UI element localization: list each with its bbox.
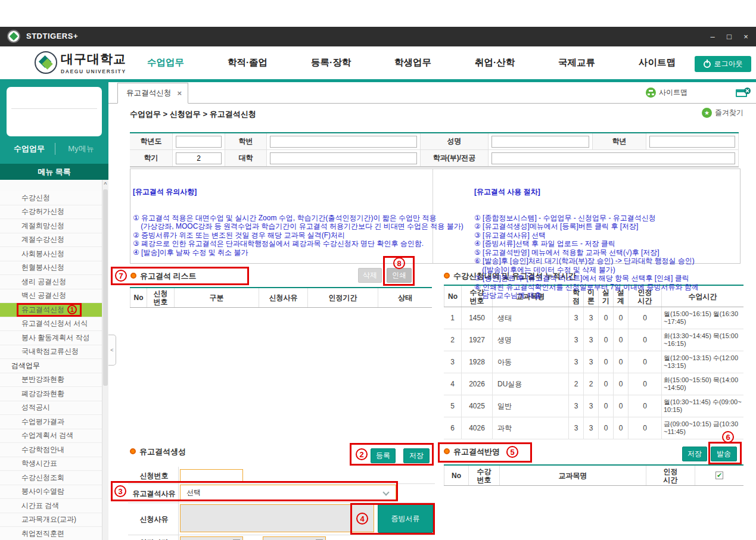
top-nav-item[interactable]: 학적·졸업 [228,57,267,69]
sidebar-menu-item[interactable]: 봉사이수열람 [0,485,102,500]
semester-input[interactable] [176,152,222,164]
course-table-header-cell: No [444,286,461,307]
sidebar-menu-item[interactable]: 시간표 검색 [0,499,102,513]
notice-line: ⑥ [발송]후 [승인]처리 대기(학과(부)장 승인) -> 단과대학 행정실… [474,257,699,266]
window-close-button[interactable]: × [742,32,750,41]
course-table-row[interactable]: 4 2026 DU실용 2 2 0 0 0 화(15:00~15:50) 목(1… [444,373,743,395]
absence-create-title: 유고결석생성 [139,447,186,457]
window-title: STDTIGERS+ [26,32,78,40]
absence-apply-title: 유고결석반영 [453,447,500,457]
sidebar-menu-item[interactable]: 유고결석신청 1 [0,303,102,317]
period-end-field[interactable] [263,536,326,540]
scrollbar-thumb[interactable] [103,189,108,386]
send-button[interactable]: 발송 [711,447,737,461]
favorite-label: 즐겨찾기 [715,108,743,118]
sidebar-menu-item-label: 사회봉사신청 [21,249,64,259]
notice-line: ⑤ [유고결석반영] 메뉴에서 적용할 교과목 선택(√)후 [저장] [474,248,699,257]
sidebar-menu-item[interactable]: 교과목개요(교과) [0,513,102,527]
top-nav-item[interactable]: 사이트맵 [639,57,676,69]
course-code: 4025 [461,395,492,417]
sidebar-scrollbar[interactable]: ^ [102,180,108,540]
absence-list-header-cell: 상태 [378,288,432,307]
window-minimize-button[interactable]: – [708,32,717,41]
course-time: 화(15:00~15:50) 목(14:00~14:50) [661,373,743,395]
sidebar-menu-item[interactable]: 계절수강신청 [0,233,102,248]
sidebar-menu-item[interactable]: 봉사 활동계획서 작성 [0,331,102,345]
sidebar-menu-item-label: 폐강강좌현황 [21,389,64,399]
absence-apply-table: No수강 번호교과목명인정 시간 ✔ [444,464,743,486]
app-no-input[interactable] [181,470,242,481]
course-table-row[interactable]: 2 1927 생명 3 3 0 0 0 화(13:30~14:45) 목(15:… [444,329,743,351]
logout-button[interactable]: 로그아웃 [695,56,751,72]
tab-close-icon[interactable]: × [177,89,182,98]
sidebar-menu-item-label: 유고결석신청 [21,305,64,315]
sidebar-menu-item[interactable]: 백신 공결신청 [0,289,102,304]
checked-checkbox-icon[interactable]: ✔ [715,472,723,479]
sidebar-tab-mymenu[interactable]: My메뉴 [62,143,100,154]
evidence-button[interactable]: 증빙서류 [378,504,433,533]
reason-textarea[interactable] [180,504,374,532]
grade-input[interactable] [649,136,735,148]
annotation-circle-2: 2 [356,448,368,460]
absence-list-header-cell: 신청사유 [259,288,307,307]
favorite-button[interactable]: ★ 즐겨찾기 [702,108,743,118]
create-save-button[interactable]: 저장 [403,448,430,463]
sidebar-menu-item[interactable]: 국내학점교류신청 [0,345,102,360]
sidebar-menu-item[interactable]: 수강신청 [0,191,102,205]
course-table-row[interactable]: 3 1928 아동 3 3 0 0 0 월(12:00~13:15) 수(12:… [444,351,743,373]
college-input[interactable] [270,152,417,164]
star-icon: ★ [702,108,712,118]
sidebar-menu-item[interactable]: 수업계획서 검색 [0,429,102,444]
name-input[interactable] [491,136,589,148]
period-start-field[interactable] [180,536,243,540]
sidebar-menu-item[interactable]: 수강신청조회 [0,471,102,485]
close-all-tabs-icon[interactable] [736,87,751,99]
course-no: 2 [444,329,461,351]
sidebar-menu-item[interactable]: 생리 공결신청 [0,275,102,289]
window-maximize-button[interactable]: □ [725,32,733,41]
dept-input[interactable] [491,152,735,164]
sidebar-menu-item[interactable]: 수강학점안내 [0,443,102,457]
notice-line: ([발송]이후에는 데이터 수정 및 삭제 불가) [474,266,699,274]
sidebar-menu-item[interactable]: 계절희망신청 [0,219,102,233]
sidebar-menu-item[interactable]: 학생시간표 [0,457,102,472]
course-design: 0 [613,351,628,373]
course-table-row[interactable]: 6 4026 과학 3 3 0 0 0 금(09:00~10:15) 금(10:… [444,417,743,439]
top-nav-item[interactable]: 학생업무 [394,57,431,69]
tab-absence-application[interactable]: 유고결석신청 × [117,83,188,104]
sidebar-menu-item[interactable]: 헌혈봉사신청 [0,261,102,276]
top-nav-item[interactable]: 등록·장학 [311,57,351,69]
course-credit: 2 [568,373,583,395]
course-credit: 3 [568,395,583,417]
sidebar-menu-item-label: 수업평가결과 [21,417,64,427]
apply-save-button[interactable]: 저장 [682,447,707,461]
top-nav-item[interactable]: 취업·산학 [475,57,515,69]
reason-type-select[interactable]: 선택 [180,485,396,500]
course-table-row[interactable]: 5 4025 일반 3 3 0 0 0 월(10:30~11:45) 수(09:… [444,395,743,417]
sidebar-menu-item[interactable]: 분반강좌현황 [0,373,102,388]
sidebar-menu-item[interactable]: 사회봉사신청 [0,247,102,261]
notice-precautions-title: [유고결석 유의사항] [133,188,463,196]
absence-list-header-cell: No [130,288,147,307]
course-name: 일반 [492,395,568,417]
sidebar-menu-item[interactable]: 검색업무 [0,359,102,373]
apply-table-header-cell: 인정 시간 [646,466,695,485]
university-logo: 대구대학교 DAEGU UNIVERSITY [61,51,126,74]
studentno-input[interactable] [270,136,417,148]
sidebar-menu-item[interactable]: 수업평가결과 [0,415,102,429]
sidebar-menu-item[interactable]: 수강허가신청 [0,205,102,220]
top-nav-item[interactable]: 국제교류 [558,57,595,69]
top-nav-item[interactable]: 수업업무 [147,57,184,69]
sidebar-collapse-handle[interactable]: < [108,335,116,366]
sidebar-tab-work[interactable]: 수업업무 [8,143,50,154]
sidebar-menu-item[interactable]: 취업전직훈련 [0,527,102,540]
top-navigation: 수업업무 학적·졸업 등록·장학 학생업무 취업·산학 국제교류 사이트맵 [147,46,676,79]
scroll-up-icon[interactable]: ^ [102,180,108,188]
sidebar-menu-item[interactable]: 성적공시 [0,401,102,416]
year-input[interactable] [176,136,222,148]
register-button[interactable]: 등록 [371,448,396,463]
sidebar-menu-item[interactable]: 유고결석신청서 서식 [0,317,102,332]
course-theory: 3 [583,417,598,439]
sitemap-link[interactable]: 사이트맵 [646,88,687,98]
sidebar-menu-item[interactable]: 폐강강좌현황 [0,387,102,401]
